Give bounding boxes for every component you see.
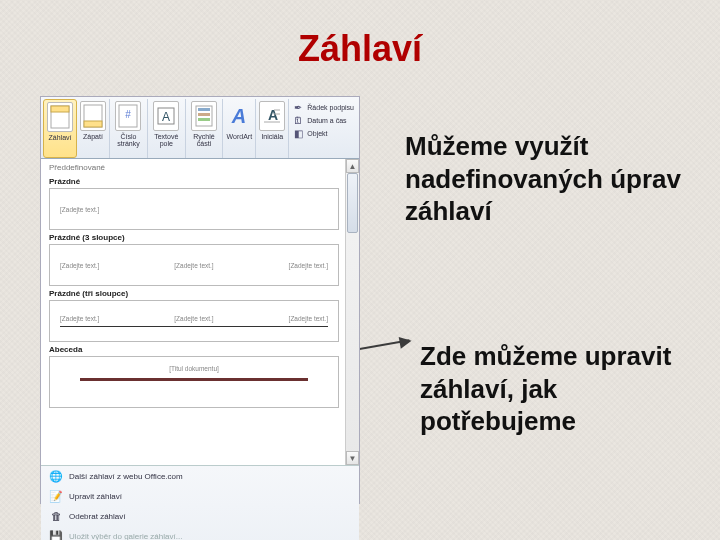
ribbon-label: Datum a čas xyxy=(307,117,346,124)
preset-name: Prázdné xyxy=(49,174,339,188)
placeholder-row: [Zadejte text.] [Zadejte text.] [Zadejte… xyxy=(60,262,328,269)
footer-icon xyxy=(80,101,106,131)
ribbon-btn-textove-pole[interactable]: A Textové pole xyxy=(148,99,186,158)
footer-label: Uložit výběr do galerie záhlaví... xyxy=(69,532,182,541)
footer-label: Upravit záhlaví xyxy=(69,492,122,501)
callout-edit: Zde můžeme upravit záhlaví, jak potřebuj… xyxy=(420,340,700,438)
gallery-section-header: Předdefinované xyxy=(41,159,359,174)
footer-more-web[interactable]: 🌐 Další záhlaví z webu Office.com xyxy=(41,466,359,486)
ribbon-group-insert-misc: ✒Řádek podpisu 🗓Datum a čas ◧Objekt xyxy=(289,99,357,158)
scrollbar[interactable]: ▲ ▼ xyxy=(345,159,359,465)
ribbon-label: Iniciála xyxy=(261,133,283,140)
footer-label: Odebrat záhlaví xyxy=(69,512,125,521)
svg-rect-11 xyxy=(198,118,210,121)
ribbon-strip: Záhlaví Zápatí # Číslo stránky A Textové… xyxy=(41,97,359,159)
web-icon: 🌐 xyxy=(49,469,63,483)
header-dropdown-panel: Záhlaví Zápatí # Číslo stránky A Textové… xyxy=(40,96,360,504)
preset-preview: [Zadejte text.] [Zadejte text.] [Zadejte… xyxy=(49,300,339,342)
preset-name: Prázdné (3 sloupce) xyxy=(49,230,339,244)
preset-preview: [Zadejte text.] xyxy=(49,188,339,230)
signature-icon: ✒ xyxy=(292,101,304,113)
scroll-up-button[interactable]: ▲ xyxy=(346,159,359,173)
ribbon-label: Záhlaví xyxy=(49,134,72,141)
footer-remove-header[interactable]: 🗑 Odebrat záhlaví xyxy=(41,506,359,526)
placeholder-text: [Zadejte text.] xyxy=(289,315,328,322)
date-icon: 🗓 xyxy=(292,114,304,126)
ribbon-label: Řádek podpisu xyxy=(307,104,354,111)
ribbon-btn-datum-cas[interactable]: 🗓Datum a čas xyxy=(292,114,354,126)
edit-icon: 📝 xyxy=(49,489,63,503)
ribbon-btn-wordart[interactable]: A WordArt xyxy=(223,99,256,158)
svg-text:A: A xyxy=(231,105,246,127)
remove-icon: 🗑 xyxy=(49,509,63,523)
ribbon-label: WordArt xyxy=(227,133,253,140)
footer-edit-header[interactable]: 📝 Upravit záhlaví xyxy=(41,486,359,506)
ribbon-btn-rychle-casti[interactable]: Rychlé části xyxy=(186,99,224,158)
ribbon-btn-radek-podpisu[interactable]: ✒Řádek podpisu xyxy=(292,101,354,113)
preset-item[interactable]: Prázdné (tři sloupce) [Zadejte text.] [Z… xyxy=(49,286,339,342)
header-icon xyxy=(47,102,73,132)
divider-line xyxy=(60,326,328,327)
placeholder-text: [Zadejte text.] xyxy=(60,262,99,269)
slide-title: Záhlaví xyxy=(0,28,720,70)
ribbon-label: Textové pole xyxy=(151,133,182,148)
svg-rect-3 xyxy=(84,121,102,127)
page-number-icon: # xyxy=(115,101,141,131)
ribbon-label: Zápatí xyxy=(83,133,103,140)
callout-predefined: Můžeme využít nadefinovaných úprav záhla… xyxy=(405,130,685,228)
placeholder-row: [Zadejte text.] [Zadejte text.] [Zadejte… xyxy=(60,315,328,322)
preset-name: Abeceda xyxy=(49,342,339,356)
preset-preview: [Titul dokumentu] xyxy=(49,356,339,408)
ribbon-btn-cislo-stranky[interactable]: # Číslo stránky xyxy=(110,99,148,158)
svg-text:A: A xyxy=(268,107,278,123)
svg-text:A: A xyxy=(162,110,170,124)
placeholder-text: [Zadejte text.] xyxy=(289,262,328,269)
svg-rect-1 xyxy=(51,106,69,112)
ribbon-label: Objekt xyxy=(307,130,327,137)
textbox-icon: A xyxy=(153,101,179,131)
ribbon-label: Číslo stránky xyxy=(113,133,144,148)
scroll-track[interactable] xyxy=(346,173,359,451)
divider-line xyxy=(80,378,308,381)
preset-item[interactable]: Prázdné [Zadejte text.] xyxy=(49,174,339,230)
svg-rect-10 xyxy=(198,113,210,116)
ribbon-btn-objekt[interactable]: ◧Objekt xyxy=(292,127,354,139)
placeholder-text: [Zadejte text.] xyxy=(174,315,213,322)
preset-preview: [Zadejte text.] [Zadejte text.] [Zadejte… xyxy=(49,244,339,286)
svg-text:#: # xyxy=(126,109,132,120)
placeholder-text: [Zadejte text.] xyxy=(60,206,328,213)
quickparts-icon xyxy=(191,101,217,131)
preset-gallery: Předdefinované Prázdné [Zadejte text.] P… xyxy=(41,159,359,465)
scroll-thumb[interactable] xyxy=(347,173,358,233)
save-icon: 💾 xyxy=(49,529,63,540)
scroll-down-button[interactable]: ▼ xyxy=(346,451,359,465)
ribbon-label: Rychlé části xyxy=(189,133,220,148)
placeholder-text: [Titul dokumentu] xyxy=(169,365,219,372)
footer-label: Další záhlaví z webu Office.com xyxy=(69,472,183,481)
dropdown-footer: 🌐 Další záhlaví z webu Office.com 📝 Upra… xyxy=(41,465,359,540)
placeholder-text: [Zadejte text.] xyxy=(60,315,99,322)
ribbon-btn-inicialy[interactable]: A Iniciála xyxy=(256,99,289,158)
object-icon: ◧ xyxy=(292,127,304,139)
preset-item[interactable]: Prázdné (3 sloupce) [Zadejte text.] [Zad… xyxy=(49,230,339,286)
ribbon-btn-zapati[interactable]: Zápatí xyxy=(77,99,110,158)
preset-item[interactable]: Abeceda [Titul dokumentu] xyxy=(49,342,339,408)
svg-rect-9 xyxy=(198,108,210,111)
placeholder-text: [Zadejte text.] xyxy=(174,262,213,269)
dropcap-icon: A xyxy=(259,101,285,131)
wordart-icon: A xyxy=(226,101,252,131)
ribbon-btn-zahlavi[interactable]: Záhlaví xyxy=(43,99,77,158)
preset-name: Prázdné (tři sloupce) xyxy=(49,286,339,300)
footer-save-gallery: 💾 Uložit výběr do galerie záhlaví... xyxy=(41,526,359,540)
